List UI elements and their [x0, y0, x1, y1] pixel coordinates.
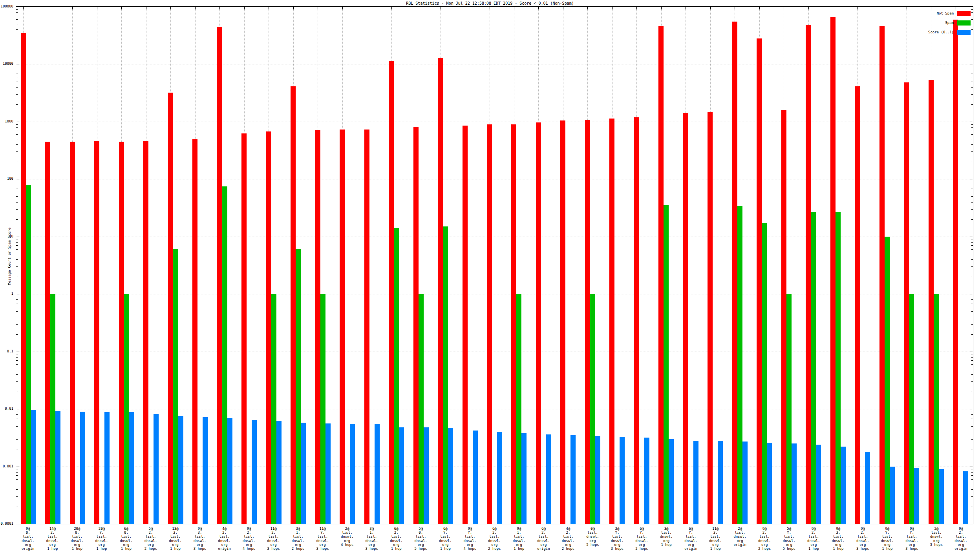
bar-score-0-1-: [792, 443, 797, 524]
y-major-tick: [970, 179, 973, 179]
y-minor-tick: [971, 185, 973, 185]
y-minor-tick: [971, 87, 973, 88]
y-minor-tick: [16, 479, 18, 480]
y-minor-tick: [971, 449, 973, 449]
x-top-tick: [146, 7, 146, 9]
x-category-label: 4@ 2. list. dnswl. org 2 hops: [556, 527, 581, 551]
y-minor-tick: [16, 242, 18, 243]
bar-not-spam: [929, 80, 934, 524]
y-minor-tick: [971, 19, 973, 20]
bar-not-spam: [634, 117, 639, 524]
y-minor-tick: [16, 131, 18, 131]
legend-entry-not-spam: Not Spam: [928, 9, 971, 18]
bar-spam: [934, 294, 939, 524]
bar-not-spam: [511, 124, 516, 524]
y-major-tick: [16, 294, 19, 294]
x-top-tick: [269, 7, 269, 9]
legend-entry-spam: Spam: [928, 18, 971, 27]
y-minor-tick: [16, 324, 18, 325]
bar-spam: [124, 294, 129, 524]
x-category-label: 9@ 2. list. dnswl. org 4 hops: [237, 527, 261, 551]
y-minor-tick: [16, 354, 18, 354]
x-top-tick: [587, 7, 588, 9]
bar-score-0-1-: [276, 421, 282, 524]
x-axis-labels: 9@ 0. list. dnswl. org origin14@ 2. list…: [16, 527, 973, 551]
legend-swatch-score: [957, 30, 971, 35]
x-top-tick: [686, 7, 686, 9]
bar-not-spam: [364, 130, 369, 524]
bar-not-spam: [536, 122, 541, 524]
bar-score-0-1-: [325, 423, 331, 524]
y-minor-tick: [971, 360, 973, 361]
y-minor-tick: [971, 418, 973, 418]
y-minor-tick: [16, 24, 18, 24]
x-top-tick: [23, 7, 24, 9]
x-category-label: 9@ Y. list. dnswl. org 4 hops: [458, 527, 483, 551]
x-category-label: 6@ Y. list. dnswl. org 1 hop: [433, 527, 458, 551]
bar-score-0-1-: [448, 428, 453, 524]
y-minor-tick: [16, 507, 18, 507]
bar-spam: [173, 249, 178, 524]
y-minor-tick: [971, 239, 973, 239]
bar-spam: [516, 294, 521, 524]
x-category-label: 3@ 1. list. dnswl. org 2 hops: [286, 527, 311, 551]
y-minor-tick: [16, 124, 18, 125]
x-top-tick: [293, 7, 294, 9]
y-minor-tick: [971, 70, 973, 70]
y-minor-tick: [971, 24, 973, 24]
bar-not-spam: [732, 22, 737, 524]
legend-label-spam: Spam: [945, 21, 954, 25]
y-minor-tick: [16, 381, 18, 382]
bar-score-0-1-: [570, 435, 576, 524]
y-minor-tick: [16, 162, 18, 162]
bar-score-0-1-: [890, 467, 895, 524]
x-category-label: 9@ 3. list. dnswl. org 3 hops: [188, 527, 212, 551]
bar-score-0-1-: [521, 433, 527, 524]
bar-not-spam: [585, 120, 590, 524]
bar-score-0-1-: [129, 412, 134, 524]
y-minor-tick: [971, 496, 973, 497]
x-top-tick: [416, 7, 416, 9]
y-minor-tick: [971, 334, 973, 335]
y-minor-tick: [971, 479, 973, 480]
y-tick-label: 1: [0, 292, 13, 296]
bar-score-0-1-: [399, 427, 404, 524]
bar-spam: [222, 186, 227, 524]
y-minor-tick: [16, 47, 18, 47]
y-minor-tick: [16, 469, 18, 469]
y-major-tick: [970, 352, 973, 352]
bar-not-spam: [291, 86, 296, 524]
bar-score-0-1-: [80, 412, 85, 524]
bar-score-0-1-: [841, 447, 846, 524]
bar-score-0-1-: [816, 445, 821, 524]
x-category-label: 5@ 2. list. dnswl. org 2 hops: [139, 527, 163, 551]
y-tick-label: 0.001: [0, 464, 13, 468]
y-minor-tick: [16, 29, 18, 30]
y-tick-label: 100: [0, 177, 13, 181]
y-minor-tick: [16, 418, 18, 418]
bar-score-0-1-: [424, 427, 429, 524]
x-top-tick: [318, 7, 318, 9]
x-category-label: 9@ 2. list. dnswl. org 3 hops: [850, 527, 875, 551]
x-top-tick: [538, 7, 539, 9]
x-category-label: 9@ 2. list. dnswl. org origin: [949, 527, 973, 551]
y-minor-tick: [16, 254, 18, 254]
y-minor-tick: [16, 334, 18, 335]
bar-not-spam: [904, 82, 909, 524]
y-minor-tick: [971, 131, 973, 131]
bar-score-0-1-: [375, 424, 380, 524]
bar-not-spam: [119, 142, 124, 524]
x-top-tick: [121, 7, 122, 9]
y-minor-tick: [16, 87, 18, 88]
y-minor-tick: [16, 299, 18, 300]
y-minor-tick: [16, 422, 18, 422]
y-tick-label: 0.1: [0, 349, 13, 353]
y-minor-tick: [971, 37, 973, 37]
y-minor-tick: [16, 266, 18, 267]
bar-spam: [786, 294, 792, 524]
x-top-tick: [858, 7, 858, 9]
bar-score-0-1-: [644, 438, 649, 524]
y-minor-tick: [971, 134, 973, 135]
y-minor-tick: [971, 317, 973, 317]
bar-score-0-1-: [473, 431, 478, 524]
